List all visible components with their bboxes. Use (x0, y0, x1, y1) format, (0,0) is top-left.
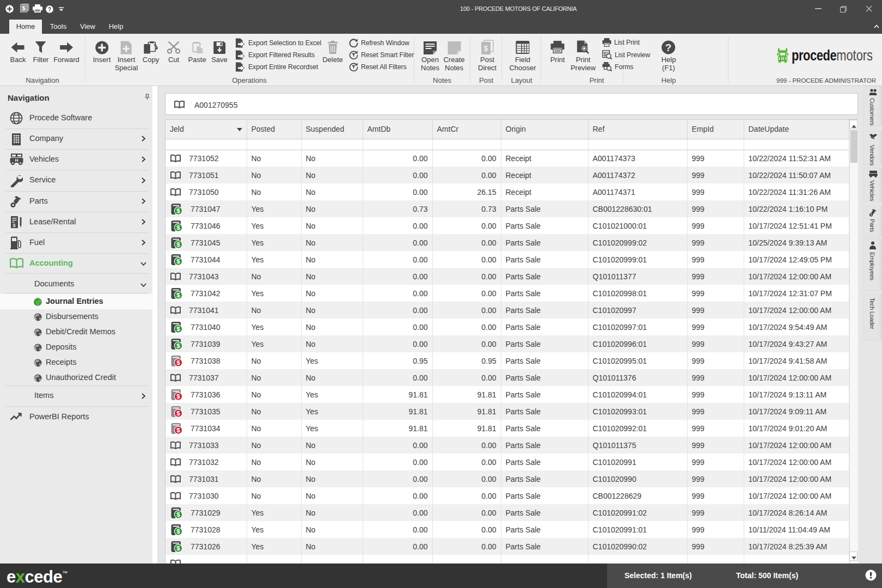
svg-text:$: $ (484, 44, 488, 53)
svg-text:?: ? (48, 6, 51, 13)
svg-text:$: $ (13, 223, 16, 228)
svg-text:?: ? (665, 42, 672, 53)
svg-text:$: $ (22, 5, 25, 11)
